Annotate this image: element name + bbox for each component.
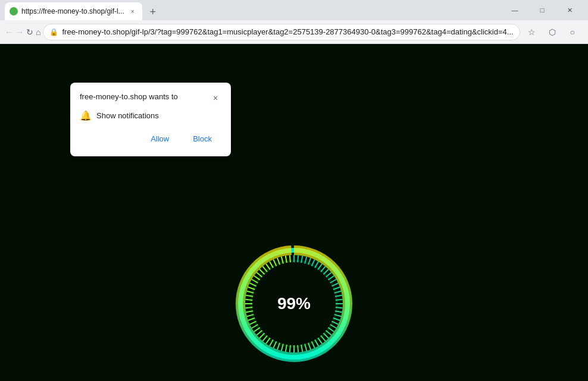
notification-popup: free-money-to.shop wants to × 🔔 Show not…: [70, 83, 231, 156]
svg-line-63: [250, 283, 257, 286]
svg-line-20: [335, 295, 342, 297]
popup-notification-row: 🔔 Show notifications: [80, 110, 221, 121]
svg-line-51: [254, 328, 260, 332]
svg-line-5: [298, 255, 298, 262]
svg-line-28: [330, 325, 336, 328]
svg-line-15: [328, 276, 334, 280]
svg-line-32: [321, 336, 326, 341]
bookmark-button[interactable]: ☆: [523, 23, 542, 42]
svg-line-52: [252, 325, 258, 328]
svg-line-62: [248, 287, 255, 289]
svg-line-18: [333, 287, 340, 289]
svg-line-30: [326, 330, 331, 335]
svg-line-7: [305, 257, 306, 264]
account-button[interactable]: ○: [563, 23, 582, 42]
svg-line-50: [257, 330, 262, 335]
home-button[interactable]: ⌂: [36, 23, 40, 42]
back-button[interactable]: ←: [5, 23, 13, 42]
popup-title: free-money-to.shop wants to: [80, 92, 178, 101]
popup-header: free-money-to.shop wants to ×: [80, 92, 221, 104]
allow-button[interactable]: Allow: [141, 131, 179, 147]
svg-line-25: [334, 314, 342, 316]
svg-line-55: [247, 314, 254, 316]
svg-line-66: [257, 272, 262, 277]
svg-line-72: [277, 258, 280, 265]
svg-line-42: [286, 345, 287, 352]
forward-button[interactable]: →: [15, 23, 24, 42]
svg-line-75: [290, 255, 290, 262]
svg-line-47: [266, 338, 270, 344]
svg-line-31: [324, 333, 329, 338]
progress-percentage: 99%: [277, 294, 311, 313]
svg-line-26: [333, 318, 340, 320]
svg-line-49: [259, 333, 264, 338]
svg-line-59: [245, 300, 252, 300]
toolbar-right: ☆ ⬡ ○ ⋮: [523, 23, 588, 42]
popup-actions: Allow Block: [80, 131, 221, 147]
svg-line-74: [286, 256, 287, 263]
svg-line-64: [252, 279, 258, 283]
svg-line-71: [273, 260, 276, 266]
popup-close-button[interactable]: ×: [209, 92, 221, 104]
svg-line-38: [301, 345, 302, 352]
svg-line-33: [318, 338, 322, 344]
svg-line-14: [326, 272, 331, 277]
svg-line-36: [308, 343, 311, 349]
svg-line-27: [331, 322, 338, 325]
svg-line-67: [259, 269, 264, 274]
svg-line-17: [331, 283, 338, 286]
block-button[interactable]: Block: [183, 131, 221, 147]
svg-line-54: [248, 318, 255, 320]
extensions-button[interactable]: ⬡: [543, 23, 562, 42]
svg-line-65: [254, 276, 260, 280]
tab-title: https://free-money-to.shop/gif-l...: [21, 7, 124, 15]
svg-line-9: [312, 260, 315, 266]
lock-icon: 🔒: [49, 28, 58, 36]
svg-line-48: [262, 336, 267, 341]
active-tab[interactable]: https://free-money-to.shop/gif-l... ×: [5, 2, 142, 20]
maximize-button[interactable]: □: [528, 0, 556, 20]
chrome-window: https://free-money-to.shop/gif-l... × + …: [0, 0, 588, 381]
svg-line-19: [334, 291, 342, 293]
minimize-button[interactable]: —: [501, 0, 528, 20]
tab-favicon: [10, 7, 18, 15]
svg-line-13: [324, 269, 329, 274]
svg-line-60: [246, 295, 253, 297]
address-text: free-money-to.shop/gif-lp/3/?tag=999762&…: [62, 27, 513, 36]
bell-icon: 🔔: [80, 110, 92, 121]
tab-close-button[interactable]: ×: [128, 7, 137, 16]
svg-line-29: [328, 328, 334, 332]
new-tab-button[interactable]: +: [145, 4, 161, 20]
svg-line-43: [282, 344, 283, 351]
svg-line-23: [336, 307, 343, 308]
svg-line-69: [266, 264, 270, 270]
svg-line-73: [282, 257, 283, 264]
svg-line-68: [262, 266, 267, 272]
svg-line-6: [301, 256, 302, 263]
address-bar[interactable]: 🔒 free-money-to.shop/gif-lp/3/?tag=99976…: [43, 24, 520, 40]
svg-line-16: [330, 279, 336, 283]
close-button[interactable]: ✕: [556, 0, 583, 20]
svg-line-35: [312, 341, 315, 348]
browser-content: free-money-to.shop wants to × 🔔 Show not…: [0, 44, 588, 381]
svg-line-70: [270, 262, 273, 267]
tab-strip: https://free-money-to.shop/gif-l... × +: [5, 0, 501, 20]
svg-line-46: [270, 340, 273, 346]
svg-line-11: [318, 264, 322, 270]
svg-line-34: [315, 340, 318, 346]
svg-line-37: [305, 344, 306, 351]
svg-line-45: [273, 341, 276, 348]
svg-line-56: [246, 311, 253, 312]
svg-line-21: [336, 300, 343, 300]
reload-button[interactable]: ↻: [26, 23, 33, 42]
svg-line-44: [277, 343, 280, 349]
svg-line-41: [290, 345, 290, 352]
svg-line-53: [250, 322, 257, 325]
svg-line-61: [247, 291, 254, 293]
menu-button[interactable]: ⋮: [583, 23, 588, 42]
svg-line-10: [315, 262, 318, 267]
progress-ring-container: 99%: [234, 244, 354, 363]
title-bar: https://free-money-to.shop/gif-l... × + …: [0, 0, 588, 20]
svg-line-12: [321, 266, 326, 272]
notification-description: Show notifications: [96, 111, 159, 120]
